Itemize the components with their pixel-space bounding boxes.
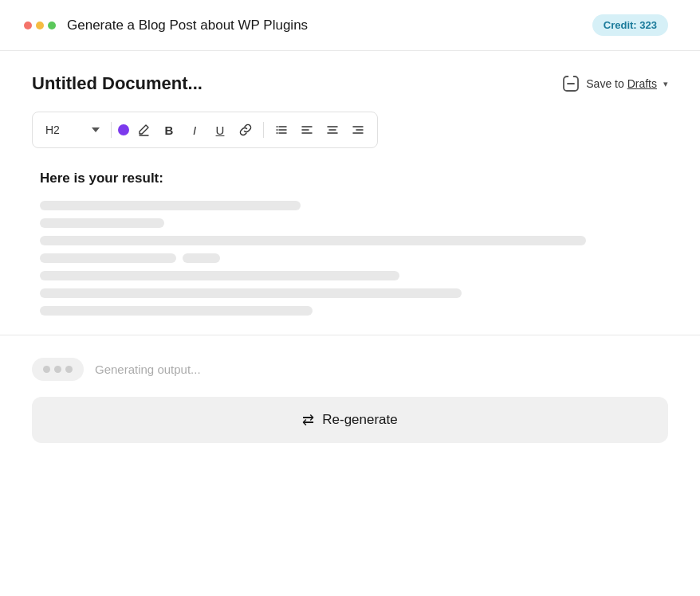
color-picker-button[interactable]	[118, 124, 129, 135]
bold-button[interactable]: B	[158, 119, 180, 141]
arrows-icon: ⇄	[302, 411, 314, 429]
highlighter-icon	[137, 124, 150, 136]
credit-badge: Credit: 323	[592, 14, 668, 36]
skeleton-lines	[40, 201, 660, 316]
content-area: Here is your result:	[32, 171, 668, 316]
skeleton-line-1	[40, 201, 301, 210]
link-button[interactable]	[234, 119, 257, 141]
align-center-button[interactable]	[321, 119, 344, 141]
window-dots	[24, 22, 56, 29]
heading-select[interactable]: H2 H1 H3 H4 Normal	[41, 122, 104, 138]
skeleton-line-4a	[40, 253, 176, 263]
bottom-area: Generating output... ⇄ Re-generate	[0, 335, 700, 459]
dot-green	[48, 22, 56, 29]
document-title: Untitled Document...	[32, 73, 203, 94]
header-left: Generate a Blog Post about WP Plugins	[24, 18, 308, 33]
save-to-drafts-button[interactable]: Save to Drafts ▾	[562, 75, 668, 92]
align-left-icon	[301, 124, 313, 136]
list-button[interactable]	[270, 119, 293, 141]
typing-indicator	[32, 358, 84, 381]
formatting-toolbar: H2 H1 H3 H4 Normal B I U	[32, 112, 378, 148]
svg-point-2	[569, 75, 572, 78]
save-label: Save to Drafts	[586, 77, 657, 90]
underline-icon: U	[216, 124, 225, 137]
chevron-down-icon: ▾	[663, 79, 668, 89]
document-header: Untitled Document... Save to Drafts ▾	[32, 73, 668, 94]
highlight-button[interactable]	[132, 119, 155, 141]
top-header: Generate a Blog Post about WP Plugins Cr…	[0, 0, 700, 51]
align-right-icon	[352, 124, 364, 136]
svg-point-9	[277, 129, 278, 131]
align-right-button[interactable]	[347, 119, 369, 141]
italic-button[interactable]: I	[183, 119, 206, 141]
page-title: Generate a Blog Post about WP Plugins	[67, 18, 308, 33]
typing-dot-3	[65, 366, 73, 373]
italic-icon: I	[193, 124, 196, 137]
skeleton-line-3	[40, 236, 586, 245]
underline-button[interactable]: U	[209, 119, 231, 141]
skeleton-line-6	[40, 288, 462, 298]
regenerate-label: Re-generate	[322, 412, 398, 428]
save-icon	[562, 75, 580, 92]
skeleton-line-2	[40, 218, 164, 228]
svg-point-10	[277, 132, 278, 134]
dot-yellow	[36, 22, 44, 29]
bold-icon: B	[165, 124, 174, 137]
skeleton-line-7	[40, 306, 313, 316]
skeleton-line-5	[40, 271, 399, 280]
skeleton-row-1	[40, 253, 660, 263]
generating-text: Generating output...	[95, 363, 201, 376]
typing-dot-2	[54, 366, 61, 373]
drafts-underlined: Drafts	[627, 77, 657, 90]
toolbar-divider-1	[111, 122, 112, 138]
link-icon	[239, 124, 252, 136]
toolbar-divider-2	[263, 122, 264, 138]
align-left-button[interactable]	[296, 119, 318, 141]
skeleton-line-4b	[183, 253, 220, 263]
document-area: Untitled Document... Save to Drafts ▾ H2…	[0, 51, 700, 335]
dot-red	[24, 22, 32, 29]
list-icon	[275, 124, 288, 136]
svg-point-8	[277, 126, 278, 127]
align-center-icon	[326, 124, 339, 136]
regenerate-button[interactable]: ⇄ Re-generate	[32, 397, 668, 443]
generating-row: Generating output...	[32, 358, 668, 381]
typing-dot-1	[43, 366, 50, 373]
result-label: Here is your result:	[40, 171, 660, 186]
